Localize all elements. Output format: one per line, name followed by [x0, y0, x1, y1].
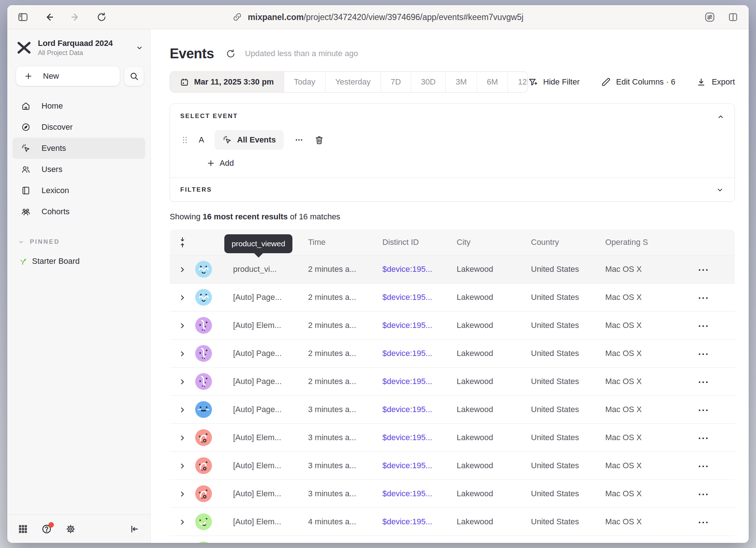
row-expand-icon[interactable] — [178, 405, 186, 414]
add-event-button[interactable]: Add — [206, 158, 724, 169]
url-bar[interactable]: mixpanel.com/project/3472420/view/397469… — [233, 12, 524, 22]
hide-filter-button[interactable]: Hide Filter — [528, 77, 580, 87]
row-expand-icon[interactable] — [178, 517, 186, 527]
distinct-id-link[interactable]: $device:195... — [382, 293, 432, 302]
sidebar-item-discover[interactable]: Discover — [12, 117, 145, 138]
distinct-id-link[interactable]: $device:195... — [382, 461, 432, 470]
row-expand-icon[interactable] — [178, 461, 186, 470]
table-row[interactable]: [Auto] Elem...3 minutes a...$device:195.… — [170, 451, 735, 480]
sidebar-item-lexicon[interactable]: Lexicon — [12, 180, 145, 201]
column-header-city[interactable]: City — [446, 230, 521, 255]
sidebar-toggle-icon[interactable] — [17, 11, 29, 23]
column-header-os[interactable]: Operating S — [595, 230, 669, 255]
sort-icon[interactable] — [178, 237, 187, 248]
event-name-cell[interactable]: [Auto] Elem... — [223, 311, 298, 339]
all-events-chip[interactable]: All Events — [214, 130, 284, 150]
refresh-icon[interactable] — [226, 49, 236, 59]
row-menu-button[interactable] — [698, 465, 709, 468]
split-view-icon[interactable] — [727, 11, 739, 23]
collapse-sidebar-icon[interactable] — [129, 524, 139, 534]
row-expand-icon[interactable] — [178, 349, 186, 358]
settings-gear-icon[interactable] — [66, 524, 76, 534]
row-expand-icon[interactable] — [178, 489, 186, 498]
distinct-id-link[interactable]: $device:195... — [382, 265, 432, 274]
row-menu-button[interactable] — [698, 296, 709, 300]
apps-grid-icon[interactable] — [18, 524, 28, 534]
distinct-id-link[interactable]: $device:195... — [382, 349, 432, 358]
pinned-section-header[interactable]: PINNED — [17, 238, 150, 246]
row-expand-icon[interactable] — [178, 293, 186, 302]
date-segment-yesterday[interactable]: Yesterday — [325, 72, 381, 92]
column-header-time[interactable]: Time — [298, 230, 372, 255]
drag-handle-icon[interactable] — [182, 135, 188, 145]
row-menu-button[interactable] — [698, 493, 709, 496]
search-button[interactable] — [124, 66, 144, 86]
date-range-current[interactable]: Mar 11, 2025 3:30 pm — [170, 72, 284, 92]
collapse-panel-icon[interactable] — [716, 113, 725, 121]
row-expand-icon[interactable] — [178, 265, 186, 274]
distinct-id-link[interactable]: $device:195... — [382, 405, 432, 414]
table-row[interactable]: [Auto] Elem...3 minutes a...$device:195.… — [170, 423, 735, 451]
row-menu-button[interactable] — [698, 380, 709, 384]
page-settings-icon[interactable] — [704, 11, 716, 23]
table-row[interactable]: [Auto] Page...3 minutes a...$device:195.… — [170, 395, 735, 423]
export-button[interactable]: Export — [696, 77, 735, 87]
reload-icon[interactable] — [95, 11, 108, 23]
row-expand-icon[interactable] — [178, 321, 186, 330]
event-name-cell[interactable]: [Auto] Elem... — [223, 451, 298, 480]
row-menu-button[interactable] — [698, 437, 709, 440]
event-name-cell[interactable] — [223, 536, 298, 543]
table-row[interactable]: [Auto] Elem...2 minutes a...$device:195.… — [170, 311, 735, 339]
delete-event-icon[interactable] — [314, 135, 324, 145]
project-switcher[interactable]: Lord Farquaad 2024 All Project Data — [16, 39, 144, 57]
sidebar-item-starter-board[interactable]: Starter Board — [18, 257, 150, 266]
row-menu-button[interactable] — [698, 352, 709, 356]
table-row[interactable]: product_vi...2 minutes a...$device:195..… — [170, 255, 735, 283]
date-segment-today[interactable]: Today — [284, 72, 325, 92]
row-menu-button[interactable] — [698, 324, 709, 328]
column-header-country[interactable]: Country — [521, 230, 595, 255]
sidebar-item-users[interactable]: Users — [12, 159, 145, 180]
date-segment-7d[interactable]: 7D — [381, 72, 411, 92]
distinct-id-link[interactable]: $device:195... — [382, 321, 432, 330]
table-row[interactable]: [Auto] Page...2 minutes a...$device:195.… — [170, 283, 735, 311]
row-menu-button[interactable] — [698, 521, 709, 524]
table-row[interactable]: [Auto] Elem...4 minutes a...$device:195.… — [170, 508, 735, 536]
distinct-id-link[interactable]: $device:195... — [382, 489, 432, 498]
event-name-cell[interactable]: [Auto] Page... — [223, 395, 298, 423]
row-expand-icon[interactable] — [178, 433, 186, 442]
forward-icon[interactable] — [69, 11, 82, 23]
back-icon[interactable] — [43, 11, 55, 23]
sidebar-item-home[interactable]: Home — [12, 95, 145, 117]
event-name-cell[interactable]: [Auto] Page... — [223, 339, 298, 367]
table-row[interactable] — [170, 536, 735, 543]
event-more-options-icon[interactable] — [293, 136, 305, 144]
date-segment-12m[interactable]: 12M — [508, 72, 528, 92]
table-row[interactable]: [Auto] Elem...3 minutes a...$device:195.… — [170, 480, 735, 508]
column-header-distinct-id[interactable]: Distinct ID — [372, 230, 446, 255]
date-segment-6m[interactable]: 6M — [477, 72, 508, 92]
table-row[interactable]: [Auto] Page...2 minutes a...$device:195.… — [170, 339, 735, 367]
event-name-cell[interactable]: product_vi... — [223, 255, 298, 283]
sidebar-item-events[interactable]: Events — [12, 138, 145, 159]
event-name-cell[interactable]: [Auto] Elem... — [223, 508, 298, 536]
distinct-id-link[interactable]: $device:195... — [382, 433, 432, 442]
event-name-cell[interactable]: [Auto] Page... — [223, 283, 298, 311]
edit-columns-button[interactable]: Edit Columns · 6 — [601, 77, 676, 87]
new-button[interactable]: New — [16, 66, 120, 86]
date-segment-30d[interactable]: 30D — [411, 72, 445, 92]
table-row[interactable]: [Auto] Page...2 minutes a...$device:195.… — [170, 367, 735, 395]
event-name-cell[interactable]: [Auto] Elem... — [223, 423, 298, 451]
row-expand-icon[interactable] — [178, 377, 186, 386]
distinct-id-link[interactable]: $device:195... — [382, 517, 432, 526]
help-icon[interactable] — [42, 524, 52, 534]
city-cell: Lakewood — [446, 311, 521, 339]
row-menu-button[interactable] — [698, 408, 709, 412]
filters-section[interactable]: FILTERS — [170, 177, 735, 201]
date-segment-3m[interactable]: 3M — [445, 72, 477, 92]
event-name-cell[interactable]: [Auto] Page... — [223, 367, 298, 395]
sidebar-item-cohorts[interactable]: Cohorts — [12, 201, 145, 222]
distinct-id-link[interactable]: $device:195... — [382, 377, 432, 386]
row-menu-button[interactable] — [698, 268, 709, 272]
event-name-cell[interactable]: [Auto] Elem... — [223, 480, 298, 508]
